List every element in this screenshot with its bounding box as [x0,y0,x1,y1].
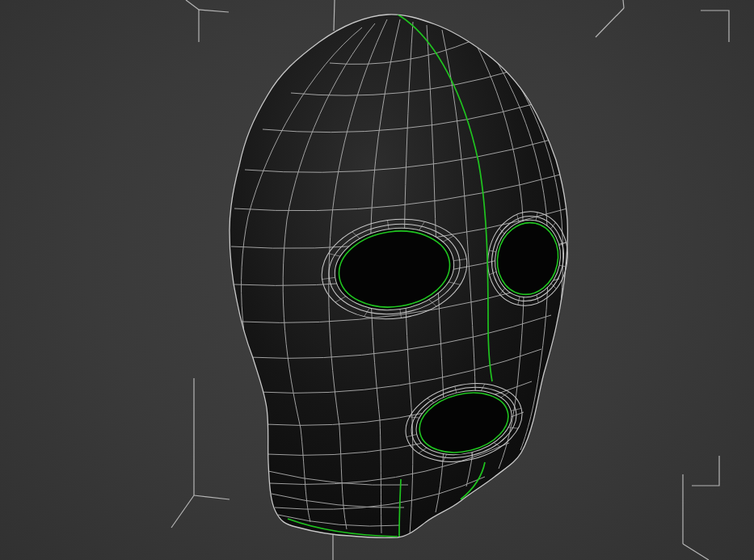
bounding-box-bracket [186,0,199,10]
bounding-box-bracket [683,544,709,560]
bounding-box-bracket [701,11,729,42]
bounding-box-bracket [194,495,230,499]
bounding-box-bracket [623,0,624,8]
bounding-box-bracket [171,495,194,528]
wireframe-scene [0,0,754,560]
bounding-box-bracket [334,0,335,31]
head-mesh[interactable] [230,13,576,537]
bounding-box-bracket [596,8,624,37]
viewport-3d[interactable] [0,0,754,560]
bounding-box-bracket [199,10,229,42]
bounding-box-bracket [692,456,719,486]
